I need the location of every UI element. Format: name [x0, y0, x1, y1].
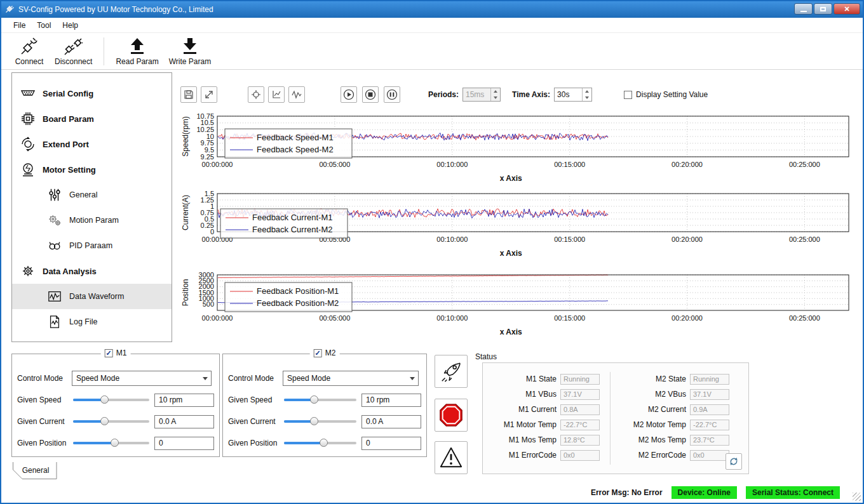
sidebar-item-pid-param[interactable]: PID Paraam: [12, 233, 172, 258]
write-param-button[interactable]: Write Param: [164, 36, 216, 67]
save-button[interactable]: [180, 86, 197, 103]
svg-text:Current(A): Current(A): [181, 195, 190, 230]
warning-button[interactable]: [435, 441, 468, 474]
svg-text:00:15:000: 00:15:000: [554, 235, 585, 243]
maximize-button[interactable]: [814, 3, 832, 15]
waveform-button[interactable]: [288, 86, 305, 103]
status-panel-title: Status: [475, 352, 497, 361]
close-button[interactable]: ✕: [834, 3, 860, 15]
m2-given-position-slider[interactable]: [284, 437, 356, 449]
spinner-arrows[interactable]: [490, 88, 500, 101]
disconnect-button[interactable]: Disconnect: [50, 36, 97, 67]
m2-group-title: M2: [325, 348, 336, 357]
warning-icon: [439, 446, 463, 470]
sidebar-item-data-waveform[interactable]: Data Waveform: [12, 284, 172, 309]
slider-knob[interactable]: [310, 417, 318, 425]
sidebar-item-motor-setting[interactable]: Motor Setting: [12, 157, 172, 182]
slider-knob[interactable]: [111, 439, 119, 447]
status-divider: [610, 372, 611, 465]
m1-given-speed-input[interactable]: 10 rpm: [154, 394, 214, 407]
svg-text:x Axis: x Axis: [500, 249, 522, 258]
slider-knob[interactable]: [100, 395, 109, 404]
connect-plug-icon: [20, 37, 39, 56]
svg-text:Feedback Position-M1: Feedback Position-M1: [257, 286, 339, 296]
m1-given-current-slider[interactable]: [73, 415, 149, 428]
m2-current-field: 0.9A: [690, 404, 729, 415]
m2-checkbox[interactable]: [314, 349, 322, 357]
slider-knob[interactable]: [310, 395, 318, 404]
sidebar: Serial Config Board Param Extend Port Mo…: [11, 72, 172, 342]
m2-errorcode-field: 0x0: [690, 450, 729, 461]
m2-mos-temp-field: 23.7°C: [690, 435, 729, 446]
launch-button[interactable]: [435, 355, 468, 388]
m2-given-speed-input[interactable]: 10 rpm: [361, 394, 421, 407]
spinner-arrows[interactable]: [582, 88, 591, 101]
sidebar-item-log-file[interactable]: Log File: [12, 309, 172, 335]
chart-toolbar: Periods: 15ms Time Axis: 30s Display Set…: [180, 86, 856, 103]
display-setting-checkbox[interactable]: Display Setting Value: [624, 90, 708, 99]
menu-file[interactable]: File: [8, 19, 31, 32]
minimize-icon: [800, 11, 807, 12]
play-button[interactable]: [341, 86, 357, 103]
m1-given-position-slider[interactable]: [73, 437, 149, 449]
axis-chart-icon: [271, 90, 281, 100]
m1-given-speed-slider[interactable]: [73, 394, 149, 406]
minimize-button[interactable]: [794, 3, 813, 15]
svg-text:00:25:000: 00:25:000: [789, 314, 820, 322]
m2-control-mode-select[interactable]: Speed Mode: [283, 371, 419, 386]
record-button[interactable]: [362, 86, 379, 103]
m1-given-current-input[interactable]: 0.0 A: [154, 415, 214, 428]
stop-button[interactable]: [435, 399, 468, 432]
m2-control-mode-label: Control Mode: [228, 374, 283, 383]
menu-help[interactable]: Help: [57, 19, 84, 32]
m2-given-current-input[interactable]: 0.0 A: [361, 415, 421, 428]
m1-group: M1 Control Mode Speed Mode Given Speed 1…: [11, 354, 220, 457]
sidebar-item-extend-port[interactable]: Extend Port: [12, 131, 172, 157]
waveform-icon: [292, 90, 302, 100]
m1-state-field: Running: [560, 374, 600, 385]
m2-given-speed-label: Given Speed: [228, 395, 283, 404]
resize-grip[interactable]: [853, 493, 861, 501]
menu-tool[interactable]: Tool: [31, 19, 57, 32]
menubar: File Tool Help: [1, 18, 863, 33]
svg-text:00:20:000: 00:20:000: [672, 161, 703, 168]
checkbox-box: [624, 91, 632, 99]
refresh-button[interactable]: [726, 453, 742, 470]
m1-control-mode-select[interactable]: Speed Mode: [72, 371, 212, 386]
current-chart: 1.51.2510.750.50.25000:00:00000:05:00000…: [180, 191, 854, 263]
connect-button[interactable]: Connect: [9, 36, 50, 67]
analysis-gear-icon: [18, 263, 37, 279]
m1-current-field: 0.8A: [560, 404, 600, 415]
m1-errorcode-field: 0x0: [560, 450, 600, 461]
sidebar-item-serial-config[interactable]: Serial Config: [12, 81, 172, 106]
periods-spinner[interactable]: 15ms: [462, 88, 501, 102]
expand-button[interactable]: [201, 86, 217, 103]
axis-chart-button[interactable]: [268, 86, 285, 103]
m1-given-position-input[interactable]: 0: [154, 437, 214, 450]
svg-text:Feedback Position-M2: Feedback Position-M2: [257, 298, 339, 308]
m2-given-speed-slider[interactable]: [284, 394, 356, 406]
status-panel: M1 StateRunning M1 VBus37.1V M1 Current0…: [482, 362, 749, 474]
m1-group-title: M1: [116, 348, 127, 357]
m2-given-current-slider[interactable]: [284, 415, 356, 428]
stop-sign-icon: [439, 403, 463, 427]
time-axis-spinner[interactable]: 30s: [554, 88, 592, 102]
waveform-chart-icon: [45, 289, 64, 303]
expand-icon: [204, 90, 214, 100]
sidebar-item-board-param[interactable]: Board Param: [12, 106, 172, 131]
pause-button[interactable]: [384, 86, 400, 103]
sidebar-item-motion-param[interactable]: Motion Param: [12, 208, 172, 233]
rocket-icon: [439, 359, 463, 383]
slider-knob[interactable]: [100, 417, 109, 425]
slider-knob[interactable]: [320, 439, 328, 447]
sidebar-item-general[interactable]: General: [12, 182, 172, 208]
m1-checkbox[interactable]: [105, 349, 113, 357]
svg-text:x Axis: x Axis: [500, 328, 522, 336]
tab-general[interactable]: General: [13, 462, 57, 482]
read-param-button[interactable]: Read Param: [111, 36, 163, 67]
target-button[interactable]: [248, 86, 264, 103]
m2-vbus-field: 37.1V: [690, 389, 729, 400]
app-window: SV-Config Powered by UU Motor Technology…: [0, 0, 864, 504]
sidebar-item-data-analysis[interactable]: Data Analysis: [12, 258, 172, 284]
m2-given-position-input[interactable]: 0: [361, 437, 421, 450]
